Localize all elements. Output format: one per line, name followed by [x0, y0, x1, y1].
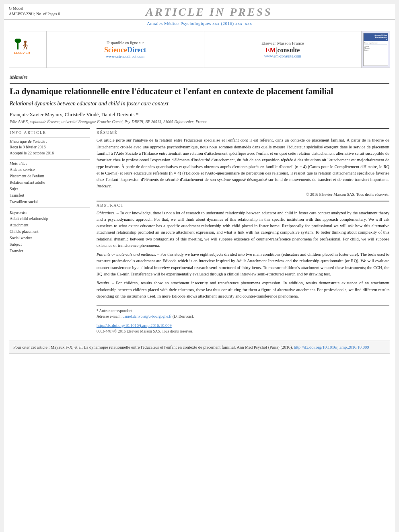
results-text: – For children, results show an attachme…	[97, 281, 389, 298]
author-affiliation: Pôle AAFE, esplanade Érasme, université …	[10, 119, 389, 124]
objectives-text: – To our knowledge, there is not a lot o…	[97, 211, 389, 248]
title-rule	[10, 83, 389, 84]
abstract-para-2: Patients or materials and methods. – For…	[97, 251, 389, 277]
historique-title: Historique de l'article :	[10, 139, 90, 144]
keywords-section: Keywords: Adult child relationship Attac…	[10, 207, 90, 254]
email-name-text: D. Derivois	[174, 314, 191, 318]
keyword-3: Child's placement	[10, 228, 90, 235]
doi-link[interactable]: http://dx.doi.org/10.1016/j.amp.2016.10.…	[97, 323, 172, 328]
mot-cle-3: Relation enfant adulte	[10, 179, 90, 186]
em-consulte-section: Elsevier Masson France EM|consulte www.e…	[204, 31, 362, 68]
article-title-en: Relational dynamics between educator and…	[10, 100, 389, 107]
abstract-text: Objectives. – To our knowledge, there is…	[97, 210, 389, 300]
header-bar: G Model AMEPSY-2281; No. of Pages 6 ARTI…	[4, 4, 395, 20]
model-line: G Model	[9, 6, 60, 11]
page: G Model AMEPSY-2281; No. of Pages 6 ARTI…	[4, 4, 395, 532]
abstract-label: ABSTRACT	[97, 203, 389, 207]
citation-text: Pour citer cet article : Mayaux F-X, et …	[13, 345, 293, 349]
accepte-date: Accepté le 22 octobre 2016	[10, 150, 90, 156]
methods-title: Patients or materials and methods.	[97, 252, 156, 257]
svg-point-3	[24, 41, 27, 43]
keyword-4: Social worker	[10, 235, 90, 241]
mot-cle-5: Transfert	[10, 192, 90, 199]
journal-code: AMEPSY-2281; No. of Pages 6	[9, 11, 60, 17]
info-divider-1	[10, 137, 90, 138]
mots-cles-list: Aide au service Placement de l'enfant Re…	[10, 166, 90, 205]
resume-copyright: © 2016 Elsevier Masson SAS. Tous droits …	[97, 192, 389, 197]
resume-label: RÉSUMÉ	[97, 130, 389, 135]
svg-text:ELSEVIER: ELSEVIER	[14, 51, 30, 55]
mot-cle-4: Sujet	[10, 186, 90, 192]
email-link[interactable]: daniel.derivois@u-bourgogne.fr	[123, 314, 172, 318]
issn-line: 0003-4487/© 2016 Elsevier Masson SAS. To…	[97, 329, 389, 333]
abstract-section: ABSTRACT Objectives. – To our knowledge,…	[97, 201, 389, 300]
abstract-para-1: Objectives. – To our knowledge, there is…	[97, 210, 389, 249]
keyword-1: Adult child relationship	[10, 216, 90, 222]
article-title-fr: La dynamique relationnelle entre l'éduca…	[10, 86, 389, 97]
keyword-5: Subject	[10, 241, 90, 248]
sciencedirect-section: Disponible en ligne sur ScienceDirect ww…	[47, 31, 204, 68]
em-url[interactable]: www.em-consulte.com	[264, 54, 301, 58]
keyword-2: Attachment	[10, 222, 90, 228]
citation-box: Pour citer cet article : Mayaux F-X, et …	[9, 341, 390, 354]
footer-notes: * Auteur correspondant. Adresse e-mail :…	[97, 305, 389, 333]
elsevier-logo-svg: ELSEVIER	[13, 39, 42, 60]
doi-section: http://dx.doi.org/10.1016/j.amp.2016.10.…	[97, 321, 389, 329]
mot-cle-6: Travailleur social	[10, 199, 90, 205]
mot-cle-1: Aide au service	[10, 166, 90, 173]
right-col: RÉSUMÉ Cet article porte sur l'analyse d…	[97, 128, 389, 333]
em-consulte-logo: EM|consulte	[265, 47, 300, 54]
two-col-layout: INFO ARTICLE Historique de l'article : R…	[10, 128, 389, 333]
citation-doi-link[interactable]: http://dx.doi.org/10.1016/j.amp.2016.10.…	[294, 345, 369, 349]
footnote-email: Adresse e-mail : daniel.derivois@u-bourg…	[97, 314, 389, 319]
keywords-title-en: Keywords:	[10, 210, 90, 215]
header-left: G Model AMEPSY-2281; No. of Pages 6	[9, 6, 60, 17]
elsevier-masson-text: Elsevier Masson France	[261, 41, 304, 45]
journal-title-top: Annales Médico-Psychologiques xxx (2016)…	[4, 20, 395, 28]
publisher-banner: ELSEVIER Disponible en ligne sur Science…	[9, 31, 390, 68]
sciencedirect-logo: ScienceDirect	[104, 46, 146, 54]
resume-text: Cet article porte sur l'analyse de la re…	[97, 137, 389, 189]
disponible-text: Disponible en ligne sur	[107, 41, 144, 45]
adresse-label: Adresse e-mail :	[97, 314, 121, 318]
results-title: Results.	[97, 281, 110, 285]
svg-rect-4	[25, 43, 26, 47]
section-label: Mémoire	[10, 74, 389, 80]
journal-cover-img: Annales Médico Psychologiques ■ Revue ps…	[363, 33, 388, 66]
authors: François-Xavier Mayaux, Christelle Viodé…	[10, 111, 389, 118]
keywords-list: Adult child relationship Attachment Chil…	[10, 216, 90, 254]
journal-cover: Annales Médico Psychologiques ■ Revue ps…	[362, 31, 390, 68]
footnote-star: * Auteur correspondant.	[97, 308, 389, 314]
abstract-para-3: Results. – For children, results show an…	[97, 280, 389, 300]
left-col: INFO ARTICLE Historique de l'article : R…	[10, 128, 90, 333]
info-article-label: INFO ARTICLE	[10, 130, 90, 135]
objectives-title: Objectives.	[97, 211, 115, 215]
main-content: Mémoire La dynamique relationnelle entre…	[4, 71, 395, 337]
article-in-press-banner: ARTICLE IN PRESS	[60, 6, 358, 18]
keyword-6: Transfer	[10, 248, 90, 254]
sd-url[interactable]: www.sciencedirect.com	[106, 54, 144, 59]
mot-cle-2: Placement de l'enfant	[10, 173, 90, 179]
recu-date: Reçu le 9 février 2016	[10, 144, 90, 150]
elsevier-logo: ELSEVIER	[9, 31, 47, 68]
mots-cles-title: Mots clés :	[10, 159, 90, 166]
